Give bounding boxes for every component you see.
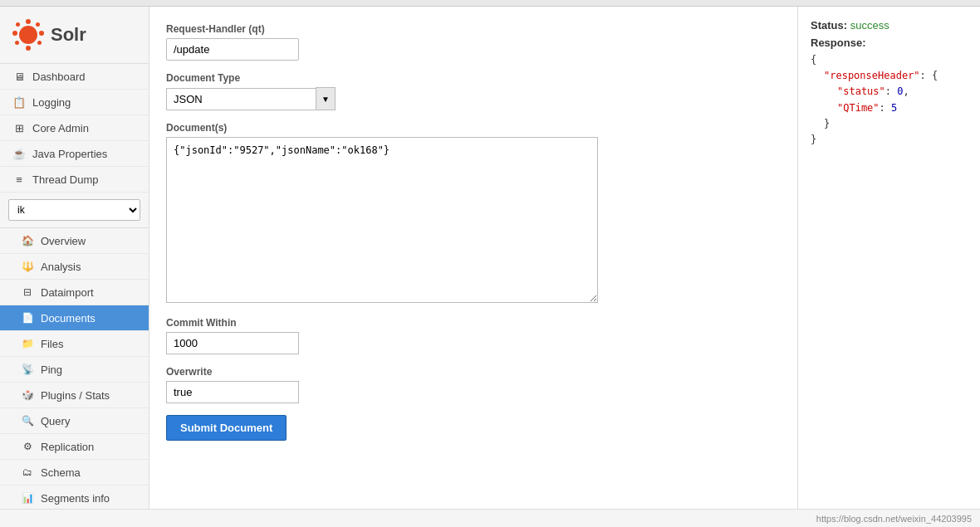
solr-logo-icon: [12, 19, 44, 51]
footer-bar: https://blog.csdn.net/weixin_44203995: [0, 509, 980, 527]
thread-dump-icon: ≡: [12, 173, 26, 186]
dashboard-icon: 🖥: [12, 70, 26, 83]
logging-icon: 📋: [12, 95, 26, 109]
overwrite-group: Overwrite: [166, 366, 764, 403]
overwrite-input[interactable]: [166, 381, 299, 403]
document-type-select-wrap: ▼: [166, 87, 764, 110]
sidebar-item-core-admin[interactable]: ⊞ Core Admin: [0, 115, 149, 141]
logo-text: Solr: [51, 24, 86, 46]
response-key-header: "responseHeader": [824, 70, 920, 81]
core-selector[interactable]: ik: [0, 193, 149, 228]
ping-icon: 📡: [21, 363, 34, 376]
documents-icon: 📄: [21, 311, 34, 324]
documents-form: Request-Handler (qt) Document Type ▼ Doc…: [166, 23, 764, 441]
dataimport-icon: ⊟: [21, 285, 34, 299]
sidebar-item-dataimport[interactable]: ⊟ Dataimport: [0, 280, 149, 305]
sidebar-item-replication[interactable]: ⚙ Replication: [0, 434, 149, 460]
sidebar-item-dashboard[interactable]: 🖥 Dashboard: [0, 64, 149, 90]
response-code: { "responseHeader": { "status": 0, "QTim…: [811, 52, 968, 148]
document-type-group: Document Type ▼: [166, 72, 764, 110]
documents-textarea[interactable]: {"jsonId":"9527","jsonName":"ok168"}: [166, 137, 598, 303]
sidebar-item-thread-dump[interactable]: ≡ Thread Dump: [0, 167, 149, 193]
response-panel: Status: success Response: { "responseHea…: [797, 7, 980, 509]
sidebar-item-plugins-stats[interactable]: 🎲 Plugins / Stats: [0, 383, 149, 408]
sidebar-item-logging[interactable]: 📋 Logging: [0, 90, 149, 115]
logo-area: Solr: [0, 7, 149, 64]
sidebar-item-ping[interactable]: 📡 Ping: [0, 357, 149, 383]
query-icon: 🔍: [21, 414, 34, 427]
schema-icon: 🗂: [21, 466, 34, 479]
plugins-icon: 🎲: [21, 388, 34, 402]
sidebar-item-label: Logging: [32, 96, 71, 109]
request-handler-label: Request-Handler (qt): [166, 23, 764, 35]
commit-within-label: Commit Within: [166, 317, 764, 329]
documents-group: Document(s) {"jsonId":"9527","jsonName":…: [166, 122, 764, 305]
response-val-qtime: 5: [891, 102, 897, 114]
sidebar-item-segments-info[interactable]: 📊 Segments info: [0, 486, 149, 509]
core-nav-label: Replication: [41, 441, 94, 453]
status-value: success: [850, 19, 889, 32]
core-nav-label: Ping: [41, 364, 62, 376]
documents-label: Document(s): [166, 122, 764, 134]
sidebar-item-schema[interactable]: 🗂 Schema: [0, 460, 149, 486]
status-label: Status:: [811, 19, 847, 32]
document-type-input[interactable]: [166, 88, 316, 110]
submit-document-button[interactable]: Submit Document: [166, 415, 287, 441]
response-brace-close: }: [811, 134, 816, 145]
java-properties-icon: ☕: [12, 147, 26, 160]
overview-icon: 🏠: [21, 234, 34, 247]
sidebar-item-label: Thread Dump: [32, 173, 98, 186]
commit-within-input[interactable]: [166, 332, 299, 354]
core-nav-label: Schema: [41, 466, 81, 479]
response-key-status: "status": [837, 85, 885, 97]
sidebar-item-label: Dashboard: [32, 71, 86, 83]
status-line: Status: success: [811, 19, 968, 32]
sidebar-item-query[interactable]: 🔍 Query: [0, 408, 149, 434]
replication-icon: ⚙: [21, 440, 34, 453]
core-nav-label: Segments info: [41, 492, 110, 505]
sidebar-item-overview[interactable]: 🏠 Overview: [0, 228, 149, 254]
response-brace-inner-close: }: [824, 118, 830, 129]
sidebar-item-files[interactable]: 📁 Files: [0, 331, 149, 357]
sidebar-item-documents[interactable]: 📄 Documents: [0, 305, 149, 331]
core-nav-label: Query: [41, 415, 70, 427]
files-icon: 📁: [21, 337, 34, 350]
commit-within-group: Commit Within: [166, 317, 764, 354]
core-nav-label: Documents: [41, 312, 96, 324]
core-select[interactable]: ik: [8, 199, 140, 221]
response-label: Response:: [811, 37, 968, 49]
document-type-dropdown-btn[interactable]: ▼: [316, 87, 336, 110]
core-nav-label: Dataimport: [41, 286, 94, 299]
core-nav-label: Plugins / Stats: [41, 389, 110, 402]
sidebar: Solr 🖥 Dashboard 📋 Logging ⊞ Core Admin …: [0, 7, 149, 509]
segments-icon: 📊: [21, 491, 34, 505]
sidebar-item-analysis[interactable]: 🔱 Analysis: [0, 254, 149, 280]
core-admin-icon: ⊞: [12, 121, 26, 134]
analysis-icon: 🔱: [21, 260, 34, 273]
document-type-label: Document Type: [166, 72, 764, 84]
overwrite-label: Overwrite: [166, 366, 764, 378]
core-nav-label: Overview: [41, 235, 86, 247]
response-key-qtime: "QTime": [837, 102, 880, 114]
footer-url: https://blog.csdn.net/weixin_44203995: [816, 514, 972, 524]
response-brace-open: {: [811, 54, 816, 66]
sidebar-item-label: Java Properties: [32, 148, 107, 160]
sidebar-item-java-properties[interactable]: ☕ Java Properties: [0, 141, 149, 167]
submit-group: Submit Document: [166, 415, 764, 441]
sidebar-item-label: Core Admin: [32, 122, 89, 134]
core-nav-label: Analysis: [41, 261, 81, 273]
request-handler-group: Request-Handler (qt): [166, 23, 764, 61]
request-handler-input[interactable]: [166, 38, 299, 61]
core-nav-label: Files: [41, 338, 63, 350]
main-content: Request-Handler (qt) Document Type ▼ Doc…: [149, 7, 797, 509]
